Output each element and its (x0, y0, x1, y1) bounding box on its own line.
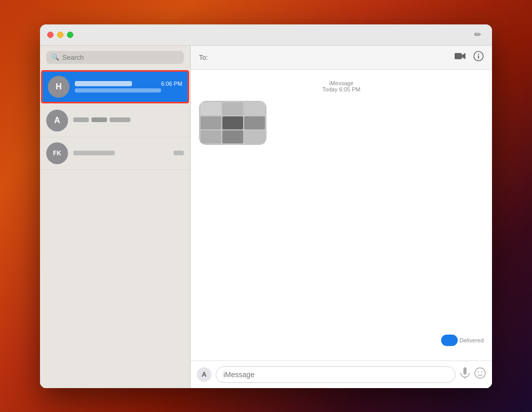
minimize-button[interactable] (57, 32, 63, 38)
message-timestamp: iMessage Today 6:05 PM (199, 80, 484, 92)
conv-name-h (75, 81, 132, 86)
video-call-icon[interactable] (455, 52, 466, 63)
conv-details-h: 6:06 PM (75, 81, 182, 92)
avatar-a: A (46, 110, 68, 131)
sidebar-header: 🔍 (40, 46, 190, 69)
conv-time-h: 6:06 PM (161, 81, 182, 87)
recipient-input[interactable] (211, 54, 455, 61)
avatar-fk: FK (46, 142, 68, 164)
sent-bubble (441, 335, 458, 346)
delivered-indicator: Delivered (441, 335, 484, 346)
incoming-bubble-group (199, 101, 267, 145)
outgoing-message: Delivered (199, 334, 484, 346)
chat-header: To: (191, 46, 492, 70)
messages-area: iMessage Today 6:05 PM (191, 70, 492, 361)
conv-details-fk (73, 151, 184, 155)
sidebar: 🔍 H 6:06 PM (40, 46, 191, 388)
traffic-lights (47, 32, 73, 38)
svg-point-8 (481, 371, 482, 373)
message-input[interactable] (216, 366, 456, 383)
maximize-button[interactable] (67, 32, 73, 38)
to-label: To: (199, 54, 208, 61)
conversation-item-h[interactable]: H 6:06 PM (41, 70, 189, 103)
search-icon: 🔍 (51, 54, 59, 61)
incoming-image (199, 101, 267, 145)
compose-icon[interactable]: ✏ (474, 30, 485, 40)
svg-point-6 (475, 368, 485, 378)
apps-icon[interactable]: A (197, 367, 211, 382)
conv-name-row-h: 6:06 PM (75, 81, 182, 87)
main-content: 🔍 H 6:06 PM (40, 46, 492, 388)
search-bar[interactable]: 🔍 (46, 51, 184, 64)
avatar-h: H (48, 76, 70, 98)
conversation-list: H 6:06 PM A (40, 69, 190, 388)
message-input-area: A (191, 361, 492, 388)
conversation-item-a[interactable]: A (40, 104, 190, 137)
close-button[interactable] (47, 32, 54, 38)
messages-window: ✏ 🔍 H 6:06 (40, 24, 492, 388)
conv-preview-h (75, 88, 161, 92)
emoji-icon[interactable] (474, 367, 486, 381)
chat-area: To: (191, 46, 492, 388)
svg-rect-2 (478, 56, 479, 59)
svg-point-7 (477, 371, 478, 373)
conv-details-a (73, 117, 184, 124)
conversation-item-fk[interactable]: FK (40, 137, 190, 170)
svg-rect-0 (455, 53, 462, 59)
svg-rect-4 (463, 367, 467, 375)
info-icon[interactable] (473, 51, 484, 64)
incoming-message (199, 101, 484, 145)
svg-point-3 (478, 54, 479, 55)
titlebar: ✏ (40, 24, 492, 46)
chat-header-actions (455, 51, 484, 64)
search-input[interactable] (62, 54, 179, 61)
audio-icon[interactable] (460, 367, 470, 381)
conv-name-row-a (73, 117, 184, 122)
